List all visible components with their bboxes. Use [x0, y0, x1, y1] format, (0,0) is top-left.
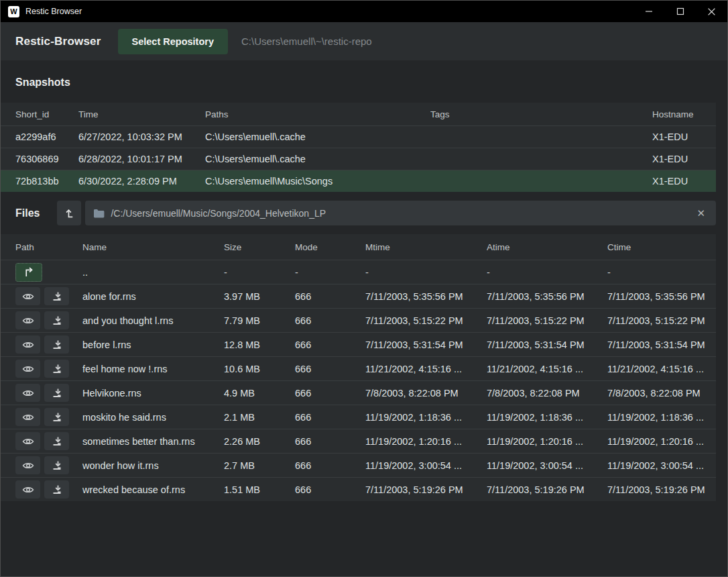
snapshot-short-id: 72b813bb: [15, 176, 78, 187]
close-button[interactable]: [696, 1, 727, 22]
file-ctime: 11/21/2002, 4:15:16 ...: [607, 364, 716, 374]
file-atime: 7/11/2003, 5:35:56 PM: [487, 291, 607, 302]
download-file-button[interactable]: [44, 432, 69, 450]
file-mtime: 11/19/2002, 1:20:16 ...: [365, 436, 487, 447]
download-icon: [52, 436, 62, 447]
file-size: 10.6 MB: [224, 364, 295, 374]
eye-icon: [22, 437, 34, 446]
download-file-button[interactable]: [44, 408, 69, 426]
file-mode: 666: [295, 339, 365, 350]
file-ctime: 7/11/2003, 5:15:22 PM: [607, 315, 716, 326]
go-parent-button[interactable]: [15, 263, 42, 282]
file-row: and you thought l.rns 7.79 MB 666 7/11/2…: [1, 308, 716, 332]
download-icon: [52, 315, 62, 326]
column-header-tags: Tags: [430, 109, 652, 119]
parent-size: -: [224, 267, 295, 278]
download-icon: [52, 339, 62, 350]
file-mtime: 11/19/2002, 1:18:36 ...: [365, 412, 487, 423]
download-file-button[interactable]: [44, 287, 69, 305]
file-mtime: 7/11/2003, 5:31:54 PM: [365, 339, 487, 350]
preview-file-button[interactable]: [15, 311, 40, 329]
preview-file-button[interactable]: [15, 456, 40, 474]
download-icon: [52, 484, 62, 495]
file-mode: 666: [295, 412, 365, 423]
app-window: W Restic Browser Restic-Browser Select R…: [0, 0, 728, 577]
eye-icon: [22, 316, 34, 325]
clear-path-button[interactable]: ✕: [694, 206, 708, 221]
column-header-atime: Atime: [487, 242, 607, 252]
snapshots-table-header: Short_id Time Paths Tags Hostname: [1, 103, 716, 125]
file-mtime: 7/11/2003, 5:15:22 PM: [365, 315, 487, 326]
snapshot-short-id: a2299af6: [15, 132, 78, 142]
repository-path: C:\Users\emuell\~\restic-repo: [241, 36, 372, 47]
snapshot-paths: C:\Users\emuell\.cache: [205, 154, 430, 164]
eye-icon: [22, 388, 34, 398]
parent-atime: -: [487, 267, 607, 278]
current-path-text: /C:/Users/emuell/Music/Songs/2004_Helvet…: [111, 208, 694, 219]
snapshot-short-id: 76306869: [15, 154, 78, 164]
file-row: before l.rns 12.8 MB 666 7/11/2003, 5:31…: [1, 332, 716, 356]
window-title: Restic Browser: [25, 7, 633, 16]
snapshot-row[interactable]: 76306869 6/28/2022, 10:01:17 PM C:\Users…: [1, 148, 716, 170]
eye-icon: [22, 340, 34, 350]
preview-file-button[interactable]: [15, 480, 40, 499]
parent-directory-row[interactable]: .. - - - - -: [1, 260, 716, 284]
maximize-button[interactable]: [664, 1, 696, 22]
column-header-mode: Mode: [295, 242, 365, 252]
preview-file-button[interactable]: [15, 335, 40, 354]
snapshot-row[interactable]: a2299af6 6/27/2022, 10:03:32 PM C:\Users…: [1, 125, 716, 148]
preview-file-button[interactable]: [15, 360, 40, 378]
file-size: 1.51 MB: [224, 484, 295, 495]
download-file-button[interactable]: [44, 456, 69, 474]
snapshots-heading: Snapshots: [1, 60, 727, 103]
file-ctime: 7/11/2003, 5:31:54 PM: [607, 339, 716, 350]
file-mtime: 7/11/2003, 5:19:26 PM: [365, 484, 487, 495]
file-row: Helvikone.rns 4.9 MB 666 7/8/2003, 8:22:…: [1, 380, 716, 405]
preview-file-button[interactable]: [15, 287, 40, 305]
file-size: 2.1 MB: [224, 412, 295, 423]
snapshot-row[interactable]: 72b813bb 6/30/2022, 2:28:09 PM C:\Users\…: [1, 170, 716, 192]
go-up-directory-button[interactable]: [57, 201, 81, 225]
empty-area: [1, 501, 727, 576]
snapshot-hostname: X1-EDU: [652, 176, 716, 187]
file-name: before l.rns: [82, 339, 224, 350]
download-icon: [52, 364, 62, 374]
file-mtime: 11/21/2002, 4:15:16 ...: [365, 364, 487, 374]
file-size: 12.8 MB: [224, 339, 295, 350]
level-up-icon: [64, 207, 75, 219]
file-size: 4.9 MB: [224, 388, 295, 399]
download-file-button[interactable]: [44, 360, 69, 378]
download-file-button[interactable]: [44, 480, 69, 499]
file-name: and you thought l.rns: [82, 315, 224, 326]
column-header-name: Name: [82, 242, 224, 252]
select-repository-button[interactable]: Select Repository: [118, 29, 229, 54]
file-ctime: 11/19/2002, 1:18:36 ...: [607, 412, 716, 423]
files-rows: alone for.rns 3.97 MB 666 7/11/2003, 5:3…: [1, 284, 727, 501]
snapshot-time: 6/27/2022, 10:03:32 PM: [78, 132, 205, 142]
parent-mode: -: [295, 267, 365, 278]
snapshots-table: Short_id Time Paths Tags Hostname a2299a…: [1, 103, 727, 192]
file-mode: 666: [295, 388, 365, 399]
download-file-button[interactable]: [44, 311, 69, 329]
file-mode: 666: [295, 460, 365, 471]
snapshot-hostname: X1-EDU: [652, 154, 716, 164]
file-atime: 11/19/2002, 1:18:36 ...: [487, 412, 607, 423]
preview-file-button[interactable]: [15, 384, 40, 402]
file-atime: 11/21/2002, 4:15:16 ...: [487, 364, 607, 374]
app-logo-icon: W: [8, 6, 19, 17]
parent-ctime: -: [607, 267, 716, 278]
file-ctime: 7/11/2003, 5:19:26 PM: [607, 484, 716, 495]
preview-file-button[interactable]: [15, 408, 40, 426]
file-ctime: 11/19/2002, 1:20:16 ...: [607, 436, 716, 447]
eye-icon: [22, 461, 34, 470]
files-table: Path Name Size Mode Mtime Atime Ctime ..…: [1, 225, 727, 501]
download-file-button[interactable]: [44, 335, 69, 354]
minimize-button[interactable]: [633, 1, 664, 22]
current-path-bar[interactable]: /C:/Users/emuell/Music/Songs/2004_Helvet…: [85, 201, 716, 225]
file-row: feel home now !.rns 10.6 MB 666 11/21/20…: [1, 356, 716, 380]
file-mtime: 11/19/2002, 3:00:54 ...: [365, 460, 487, 471]
download-file-button[interactable]: [44, 384, 69, 402]
snapshots-rows: a2299af6 6/27/2022, 10:03:32 PM C:\Users…: [1, 125, 727, 192]
snapshot-hostname: X1-EDU: [652, 132, 716, 142]
preview-file-button[interactable]: [15, 432, 40, 450]
